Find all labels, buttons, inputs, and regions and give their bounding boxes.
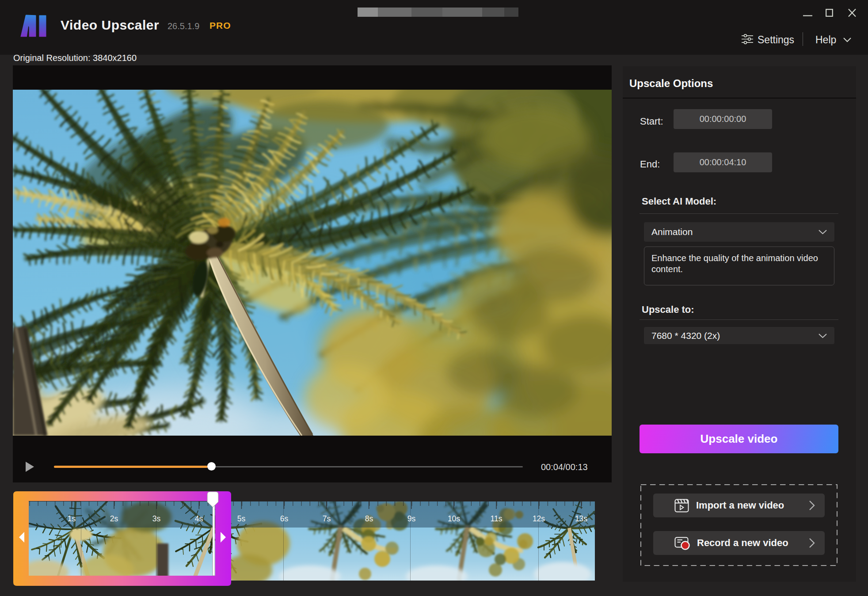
svg-text:2s: 2s xyxy=(110,514,118,523)
svg-text:4s: 4s xyxy=(195,514,203,523)
svg-text:7s: 7s xyxy=(323,514,331,523)
svg-text:1s: 1s xyxy=(68,514,76,523)
svg-text:5s: 5s xyxy=(237,514,246,523)
svg-text:10s: 10s xyxy=(448,514,460,523)
svg-text:8s: 8s xyxy=(365,514,373,523)
svg-text:13s: 13s xyxy=(575,514,587,523)
svg-text:12s: 12s xyxy=(533,514,545,523)
svg-text:11s: 11s xyxy=(491,514,503,523)
svg-text:3s: 3s xyxy=(152,514,161,523)
svg-text:9s: 9s xyxy=(407,514,416,523)
svg-text:6s: 6s xyxy=(280,514,289,523)
